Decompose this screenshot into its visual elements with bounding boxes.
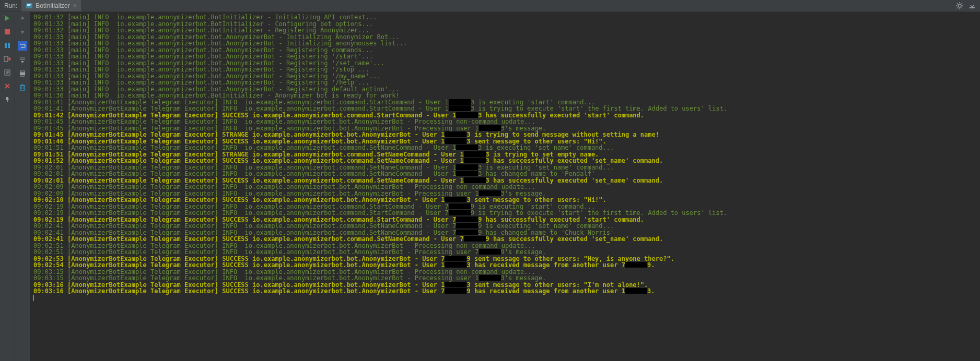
log-line: 09:01:32 [main] INFO io.example.anonymiz… xyxy=(33,27,977,34)
log-line: 09:01:45 [AnonymizerBotExample Telegram … xyxy=(33,131,977,138)
svg-line-8 xyxy=(957,3,958,4)
caret-line xyxy=(33,295,977,303)
run-tab[interactable]: BotInitializer × xyxy=(21,0,80,11)
soft-wrap-icon[interactable] xyxy=(18,41,27,51)
rerun-icon[interactable] xyxy=(3,14,11,22)
run-tool-header: Run: BotInitializer × xyxy=(0,0,980,12)
svg-marker-27 xyxy=(20,31,25,34)
log-line: 09:01:33 [main] INFO io.example.anonymiz… xyxy=(33,79,977,86)
hide-icon[interactable] xyxy=(969,2,976,9)
log-line: 09:01:36 [main] INFO io.example.anonymiz… xyxy=(33,92,977,99)
left-gutter xyxy=(0,12,15,361)
run-config-icon xyxy=(26,2,33,9)
log-line: 09:02:10 [AnonymizerBotExample Telegram … xyxy=(33,197,977,203)
close-icon[interactable]: × xyxy=(73,2,77,9)
log-line: 09:02:09 [AnonymizerBotExample Telegram … xyxy=(33,184,977,190)
log-line: 09:01:33 [main] INFO io.example.anonymiz… xyxy=(33,53,977,60)
log-line: 09:02:54 [AnonymizerBotExample Telegram … xyxy=(33,262,977,269)
log-line: 09:02:19 [AnonymizerBotExample Telegram … xyxy=(33,210,977,216)
log-line: 09:03:16 [AnonymizerBotExample Telegram … xyxy=(33,288,977,295)
svg-line-11 xyxy=(957,8,958,9)
log-line: 09:02:51 [AnonymizerBotExample Telegram … xyxy=(33,249,977,256)
svg-marker-13 xyxy=(5,16,9,21)
log-line: 09:02:41 [AnonymizerBotExample Telegram … xyxy=(33,223,977,230)
console-output[interactable]: 09:01:32 [main] INFO io.example.anonymiz… xyxy=(30,12,980,361)
svg-line-9 xyxy=(962,8,963,9)
pin-icon[interactable] xyxy=(3,95,11,104)
svg-marker-28 xyxy=(21,46,22,49)
log-line: 09:01:52 [AnonymizerBotExample Telegram … xyxy=(33,158,977,164)
run-tab-label: BotInitializer xyxy=(36,2,69,9)
exit-icon[interactable] xyxy=(3,55,11,63)
log-line: 09:02:01 [AnonymizerBotExample Telegram … xyxy=(33,171,977,177)
scroll-to-end-icon[interactable] xyxy=(18,56,27,64)
stop-icon[interactable] xyxy=(3,28,11,36)
svg-rect-32 xyxy=(20,71,25,73)
svg-point-3 xyxy=(958,4,961,7)
svg-rect-1 xyxy=(27,4,31,5)
svg-marker-26 xyxy=(20,16,25,19)
clear-all-icon[interactable] xyxy=(18,83,27,91)
gear-icon[interactable] xyxy=(956,2,963,9)
thread-dump-icon[interactable] xyxy=(3,68,11,77)
svg-line-10 xyxy=(962,3,963,4)
log-line: 09:01:33 [main] INFO io.example.anonymiz… xyxy=(33,66,977,73)
close-run-icon[interactable] xyxy=(3,82,11,90)
print-icon[interactable] xyxy=(18,69,27,78)
log-line: 09:02:41 [AnonymizerBotExample Telegram … xyxy=(33,236,977,243)
svg-rect-17 xyxy=(4,56,8,62)
log-line: 09:01:33 [main] INFO io.example.anonymiz… xyxy=(33,40,977,47)
log-line: 09:03:15 [AnonymizerBotExample Telegram … xyxy=(33,275,977,282)
svg-rect-35 xyxy=(20,86,25,90)
svg-rect-12 xyxy=(970,7,975,8)
log-line: 09:01:41 [AnonymizerBotExample Telegram … xyxy=(33,105,977,112)
console-toolbar xyxy=(15,12,30,361)
svg-rect-16 xyxy=(8,43,10,48)
log-line: 09:01:32 [main] INFO io.example.anonymiz… xyxy=(33,14,977,21)
svg-rect-15 xyxy=(5,43,7,48)
down-icon[interactable] xyxy=(18,28,27,36)
log-line: 09:01:51 [AnonymizerBotExample Telegram … xyxy=(33,145,977,151)
run-label: Run: xyxy=(0,2,21,9)
pause-icon[interactable] xyxy=(3,41,11,50)
svg-rect-14 xyxy=(5,29,10,34)
svg-rect-2 xyxy=(27,5,30,6)
up-icon[interactable] xyxy=(18,14,27,22)
svg-marker-31 xyxy=(21,61,24,63)
log-line: 09:01:45 [AnonymizerBotExample Telegram … xyxy=(33,118,977,125)
